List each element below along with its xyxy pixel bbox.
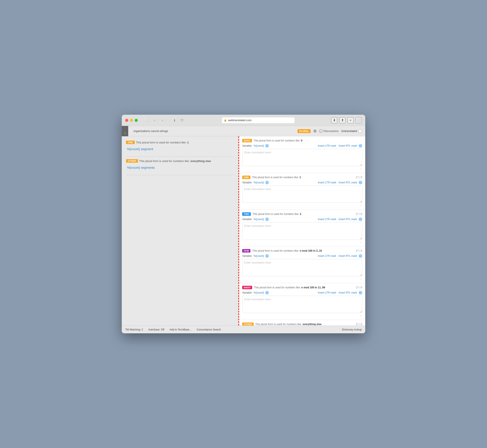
translation-section-few: FEW This plural form is used for numbers… xyxy=(239,247,365,283)
insert-rtl-many[interactable]: Insert RTL mark xyxy=(339,291,357,294)
section-desc-other: This plural form is used for numbers lik… xyxy=(255,323,356,326)
insert-rtl-two[interactable]: Insert RTL mark xyxy=(339,218,357,221)
app-topbar: › organizations.cancel.strings PLURAL ⚙ … xyxy=(122,126,365,136)
help-icon-one[interactable]: ? xyxy=(265,181,269,184)
translation-input-many[interactable] xyxy=(242,296,362,313)
variable-row-two: Variable: %{count} ? Insert LTR mark · I… xyxy=(242,217,362,221)
titlebar: ⬜ ‹ › ℹ 🛡 🔒 webtranslateit.com ⬇ ⬆ + ⬜ xyxy=(122,115,365,126)
resize-handle-one: ↘ xyxy=(242,204,362,207)
translation-section-two: TWO This plural form is used for numbers… xyxy=(239,210,365,247)
traffic-lights xyxy=(125,119,138,122)
insert-rtl-zero[interactable]: Insert RTL mark xyxy=(339,144,357,147)
untranslated-label: Untranslated xyxy=(341,129,357,133)
titlebar-right: ⬇ ⬆ + ⬜ xyxy=(331,117,362,123)
insert-btns-many: Insert LTR mark · Insert RTL mark ? xyxy=(318,291,362,294)
concordance-search[interactable]: Concordance Search xyxy=(197,328,221,331)
variable-label-two: Variable: xyxy=(242,218,252,221)
minimize-button[interactable] xyxy=(130,119,133,122)
variable-label-one: Variable: xyxy=(242,181,252,184)
source-text-one: %{count} segment xyxy=(127,146,234,152)
tab-overview-icon[interactable]: ⬜ xyxy=(356,117,362,123)
source-panel: ONE This plural form is used for numbers… xyxy=(122,136,238,326)
source-form-one: ONE This plural form is used for numbers… xyxy=(126,141,234,152)
section-header-two: TWO This plural form is used for numbers… xyxy=(242,212,362,216)
section-header-many: MANY This plural form is used for number… xyxy=(242,286,362,289)
autosave[interactable]: AutoSave: Off xyxy=(148,328,165,331)
insert-ltr-few[interactable]: Insert LTR mark xyxy=(318,255,336,257)
close-button[interactable] xyxy=(125,119,128,122)
translation-input-one[interactable] xyxy=(242,185,362,203)
new-tab-icon[interactable]: + xyxy=(347,117,353,123)
fullscreen-button[interactable] xyxy=(135,119,138,122)
url-field[interactable]: 🔒 webtranslateit.com xyxy=(221,117,295,124)
help-icon-two[interactable]: ? xyxy=(265,217,269,221)
badge-zero: ZERO xyxy=(242,139,252,142)
dictionary-lookup[interactable]: Dictionary lookup xyxy=(342,328,362,331)
share-icon[interactable]: ⬆ xyxy=(339,117,346,123)
translation-input-few[interactable] xyxy=(242,259,362,276)
translation-input-two[interactable] xyxy=(242,222,362,240)
tm-matching[interactable]: TM Matching: 2 xyxy=(125,328,143,331)
settings-icon[interactable]: ⚙ xyxy=(313,129,317,134)
section-desc-few: This plural form is used for numbers lik… xyxy=(252,249,356,252)
char-count-two: 17 / 0 xyxy=(356,213,362,216)
untranslated-section: Untranslated xyxy=(341,129,362,133)
main-panels: ONE This plural form is used for numbers… xyxy=(122,136,365,326)
variable-value-zero: %{count} xyxy=(253,144,264,147)
variable-value-two: %{count} xyxy=(253,218,264,221)
help-icon-blue-few[interactable]: ? xyxy=(359,254,362,258)
bottom-bar: TM Matching: 2 AutoSave: Off Add to Term… xyxy=(122,326,365,333)
translation-input-zero[interactable] xyxy=(242,149,362,166)
badge-few: FEW xyxy=(242,249,251,253)
resize-handle-many: ↘ xyxy=(242,314,362,317)
insert-rtl-one[interactable]: Insert RTL mark xyxy=(339,181,357,184)
section-header-zero: ZERO This plural form is used for number… xyxy=(242,139,362,142)
insert-rtl-few[interactable]: Insert RTL mark xyxy=(339,255,357,257)
section-desc-zero: This plural form is used for numbers lik… xyxy=(254,139,362,142)
help-icon-few[interactable]: ? xyxy=(265,254,269,258)
variable-row-one: Variable: %{count} ? Insert LTR mark · I… xyxy=(242,181,362,184)
add-to-termbase[interactable]: Add to TermBase... xyxy=(169,328,191,331)
insert-ltr-one[interactable]: Insert LTR mark xyxy=(318,181,336,184)
untranslated-checkbox[interactable] xyxy=(358,129,362,133)
divider-1 xyxy=(126,156,234,157)
lock-icon: 🔒 xyxy=(224,119,227,122)
nav-back-button[interactable]: ⬜ xyxy=(144,117,150,123)
section-header-other: OTHER This plural form is used for numbe… xyxy=(242,322,362,326)
char-count-other: 17 / 0 xyxy=(356,323,362,326)
breadcrumb: organizations.cancel.strings xyxy=(134,129,295,133)
insert-ltr-two[interactable]: Insert LTR mark xyxy=(318,218,336,221)
insert-ltr-many[interactable]: Insert LTR mark xyxy=(318,291,336,294)
info-icon[interactable]: ℹ xyxy=(171,117,177,123)
variable-label-zero: Variable: xyxy=(242,144,252,147)
help-icon-many[interactable]: ? xyxy=(265,291,269,294)
char-count-few: 17 / 0 xyxy=(356,249,362,252)
discussions-button[interactable]: 💬 Discussions xyxy=(319,129,338,133)
chat-icon: 💬 xyxy=(319,129,323,133)
source-desc-one: This plural form is used for numbers lik… xyxy=(136,141,189,144)
insert-ltr-zero[interactable]: Insert LTR mark xyxy=(318,144,336,147)
section-desc-many: This plural form is used for numbers lik… xyxy=(254,286,356,289)
badge-many: MANY xyxy=(242,286,252,289)
help-icon-blue-many[interactable]: ? xyxy=(359,291,362,294)
translation-panel: ZERO This plural form is used for number… xyxy=(238,136,365,326)
shield-icon[interactable]: 🛡 xyxy=(179,117,185,123)
badge-other: OTHER xyxy=(242,322,254,326)
variable-row-many: Variable: %{count} ? Insert LTR mark · I… xyxy=(242,291,362,294)
resize-handle-few: ↘ xyxy=(242,277,362,280)
source-desc-other: This plural form is used for numbers lik… xyxy=(139,160,211,163)
variable-label-many: Variable: xyxy=(242,291,252,294)
sidebar-toggle[interactable]: › xyxy=(122,126,128,136)
url-text: webtranslateit.com xyxy=(228,119,251,122)
source-text-other: %{count} segments xyxy=(127,164,234,171)
source-content: ONE This plural form is used for numbers… xyxy=(122,136,238,326)
help-icon-blue-two[interactable]: ? xyxy=(359,217,362,221)
nav-forward-arrow[interactable]: › xyxy=(159,117,165,123)
variable-value-one: %{count} xyxy=(253,181,264,184)
download-icon[interactable]: ⬇ xyxy=(331,117,337,123)
help-icon-blue-one[interactable]: ? xyxy=(359,181,362,184)
insert-btns-few: Insert LTR mark · Insert RTL mark ? xyxy=(318,254,362,258)
help-icon-blue-zero[interactable]: ? xyxy=(359,144,362,148)
nav-back-arrow[interactable]: ‹ xyxy=(151,117,157,123)
help-icon-zero[interactable]: ? xyxy=(265,144,269,148)
